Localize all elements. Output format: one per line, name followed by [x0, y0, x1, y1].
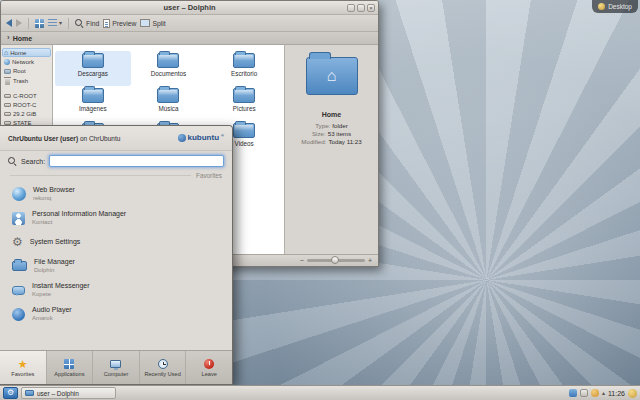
kubuntu-icon [178, 134, 186, 142]
zoom-in-icon[interactable]: + [368, 257, 372, 264]
place-home[interactable]: ⌂Home [2, 48, 51, 57]
taskbar-item-dolphin[interactable]: user – Dolphin [21, 387, 116, 399]
dolphin-icon [25, 390, 34, 396]
icons-view-icon [35, 19, 44, 28]
tray-expander-icon[interactable]: ▴ [602, 390, 605, 396]
task-label: user – Dolphin [37, 390, 79, 397]
notifications-icon[interactable] [591, 389, 599, 397]
launcher-item-system-settings[interactable]: ⚙ System Settings [0, 230, 232, 254]
back-button[interactable] [6, 19, 12, 27]
device-notifier-icon[interactable] [569, 389, 577, 397]
info-row: Modified:Today 11:23 [301, 138, 361, 145]
tab-leave[interactable]: Leave [186, 351, 232, 384]
item-subtitle: Kopete [32, 291, 90, 299]
kmenu-button[interactable]: ⚙ [3, 387, 18, 399]
info-value: Today 11:23 [328, 138, 361, 145]
folder-item[interactable]: Descargas [55, 51, 131, 86]
item-subtitle: Kontact [32, 219, 126, 227]
kickoff-launcher: ChrUbuntu User (user) on ChrUbuntu kubun… [0, 125, 233, 385]
forward-button[interactable] [16, 19, 22, 27]
launcher-item-audio-player[interactable]: Audio PlayerAmarok [0, 302, 232, 326]
tab-label: Recently Used [144, 371, 180, 377]
minimize-button[interactable] [347, 4, 355, 12]
split-button[interactable]: Split [140, 19, 165, 27]
launcher-item-web-browser[interactable]: Web Browserrekonq [0, 182, 232, 206]
place-trash[interactable]: Trash [2, 76, 51, 86]
home-folder-icon: ⌂ [306, 57, 358, 95]
folder-item[interactable]: Música [131, 86, 207, 121]
folder-label: Documentos [151, 70, 186, 77]
folder-item[interactable]: Documentos [131, 51, 207, 86]
item-subtitle: Amarok [32, 315, 72, 323]
clipboard-icon[interactable] [580, 389, 588, 397]
launcher-list: Web Browserrekonq Personal Information M… [0, 180, 232, 350]
launcher-item-instant-messenger[interactable]: Instant MessengerKopete [0, 278, 232, 302]
window-title: user – Dolphin [163, 3, 215, 12]
launcher-item-file-manager[interactable]: File ManagerDolphin [0, 254, 232, 278]
tab-computer[interactable]: Computer [93, 351, 140, 384]
folder-icon [82, 88, 104, 103]
icons-view-button[interactable] [35, 19, 44, 28]
web-browser-icon [12, 187, 26, 201]
breadcrumb-home[interactable]: Home [13, 35, 32, 42]
folder-label: Escritorio [231, 70, 257, 77]
place-label: Home [10, 50, 26, 56]
place-device[interactable]: C-ROOT [2, 92, 51, 100]
tab-recently-used[interactable]: Recently Used [140, 351, 187, 384]
folder-item[interactable]: Pictures [206, 86, 282, 121]
hard-drive-icon [4, 112, 11, 116]
folder-icon [12, 261, 27, 271]
forward-icon [16, 19, 22, 27]
preview-button[interactable]: Preview [103, 19, 136, 28]
maximize-button[interactable] [357, 4, 365, 12]
place-device[interactable]: 29.2 GiB [2, 110, 51, 118]
item-title: File Manager [34, 258, 75, 267]
root-folder-icon [4, 69, 11, 74]
details-view-button[interactable]: ▾ [48, 19, 62, 27]
favorites-section: Favorites [0, 170, 232, 180]
place-device[interactable]: ROOT-C [2, 101, 51, 109]
host-name: on ChrUbuntu [80, 135, 120, 142]
folder-label: Imágenes [79, 105, 107, 112]
zoom-slider[interactable] [307, 259, 365, 262]
search-input[interactable] [49, 155, 224, 167]
folder-item[interactable]: Imágenes [55, 86, 131, 121]
panel-cashew[interactable] [628, 389, 637, 398]
zoom-slider-handle[interactable] [331, 256, 339, 264]
desktop-toolbox[interactable]: Desktop [592, 0, 638, 13]
launcher-item-pim[interactable]: Personal Information ManagerKontact [0, 206, 232, 230]
info-name: Home [322, 111, 341, 118]
places-divider [2, 87, 51, 91]
info-value: 53 items [328, 130, 351, 137]
close-button[interactable]: × [367, 4, 375, 12]
zoom-out-icon[interactable]: − [300, 257, 304, 264]
search-label: Search: [21, 158, 45, 165]
tab-label: Computer [104, 371, 129, 377]
kmenu-gear-icon: ⚙ [7, 389, 14, 397]
clock[interactable]: 11:26 [608, 390, 625, 397]
search-icon [75, 19, 84, 28]
information-panel: ⌂ Home Type:folder Size:53 items Modifie… [284, 45, 378, 254]
place-label: C-ROOT [13, 93, 37, 99]
folder-icon [82, 53, 104, 68]
place-label: ROOT-C [13, 102, 36, 108]
breadcrumb: › Home [1, 32, 378, 45]
tab-applications[interactable]: Applications [47, 351, 94, 384]
info-label: Size: [312, 130, 326, 137]
desktop-toolbox-label: Desktop [608, 3, 632, 10]
launcher-search-row: Search: [0, 151, 232, 170]
item-title: Web Browser [33, 186, 75, 195]
info-label: Modified: [301, 138, 326, 145]
tab-favorites[interactable]: ★Favorites [0, 351, 47, 384]
tab-label: Applications [54, 371, 84, 377]
launcher-header: ChrUbuntu User (user) on ChrUbuntu kubun… [0, 126, 232, 151]
folder-item[interactable]: Escritorio [206, 51, 282, 86]
item-subtitle: Dolphin [34, 267, 75, 275]
window-toolbar: ▾ Find Preview Split [1, 15, 378, 32]
registered-mark: ® [221, 133, 224, 138]
place-network[interactable]: Network [2, 58, 51, 66]
place-root[interactable]: Root [2, 67, 51, 75]
window-titlebar[interactable]: user – Dolphin × [1, 1, 378, 15]
find-button[interactable]: Find [75, 19, 99, 28]
star-icon: ★ [18, 359, 28, 370]
